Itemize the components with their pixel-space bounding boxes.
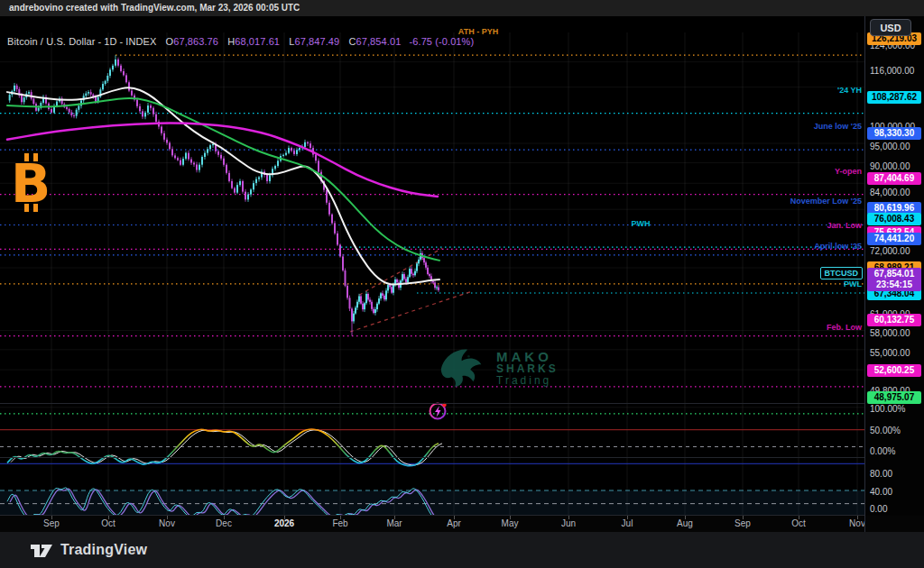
price-level-label: 87,404.69 <box>867 172 921 185</box>
level-name--24-yh: '24 YH <box>837 86 862 95</box>
symbol-title: Bitcoin / U.S. Dollar <box>7 36 95 47</box>
level-name-june-low-25: June low '25 <box>814 122 862 131</box>
tradingview-snapshot: andrebovino created with TradingView.com… <box>0 0 924 568</box>
watermark-line1: MAKO <box>496 350 559 363</box>
price-axis-tick: 95,000.00 <box>865 142 921 151</box>
indicator2-axis-tick: 80.00 <box>865 469 921 479</box>
price-level-label: 48,975.07 <box>867 391 921 404</box>
level-name-y-open: Y-open <box>835 167 862 176</box>
current-price-label: 67,854.0123:54:15 <box>867 268 921 291</box>
time-axis-label: May <box>502 518 519 528</box>
lightning-icon <box>428 400 449 426</box>
tradingview-logo-icon[interactable] <box>30 539 53 561</box>
price-level-label: 108,287.62 <box>867 91 921 104</box>
close-value: 67,854.01 <box>356 36 402 47</box>
time-axis-label: Oct <box>101 518 116 528</box>
watermark: MAKO SHARKS Trading <box>435 343 559 393</box>
price-axis-tick: 116,000.00 <box>865 66 921 76</box>
time-axis-label: Jul <box>622 518 633 528</box>
time-axis-label: Aug <box>677 518 693 528</box>
time-axis-label: 2026 <box>274 518 294 528</box>
price-level-label: 52,600.25 <box>867 364 921 377</box>
price-axis-tick: 58,000.00 <box>865 328 921 338</box>
symbol-legend[interactable]: Bitcoin / U.S. Dollar-1D-INDEX O67,863.7… <box>7 36 474 47</box>
time-axis[interactable]: SepOctNovDec2026FebMarAprMayJunJulAugSep… <box>0 516 864 532</box>
bar-countdown: 23:54:15 <box>869 279 919 290</box>
indicator1-axis-tick: 50.00% <box>865 426 921 435</box>
chart-plot-svg <box>0 16 864 532</box>
currency-button[interactable]: USD <box>870 19 911 36</box>
pane-separator-2[interactable] <box>0 457 924 458</box>
indicator2-axis-tick: 40.00 <box>865 487 921 497</box>
attribution-bar: andrebovino created with TradingView.com… <box>0 0 924 16</box>
open-value: 67,863.76 <box>173 36 218 47</box>
level-name-april-low-25: April low '25 <box>814 242 862 251</box>
indicator1-axis-tick: 100.00% <box>865 404 921 414</box>
price-scale[interactable]: USD 124,000.00116,000.00100,000.0095,000… <box>864 16 924 516</box>
time-axis-label: Oct <box>791 518 806 528</box>
chart-canvas[interactable]: Bitcoin / U.S. Dollar-1D-INDEX O67,863.7… <box>0 16 864 516</box>
shark-logo-icon <box>435 343 491 393</box>
watermark-line3: Trading <box>496 375 559 386</box>
time-axis-label: Sep <box>735 518 751 528</box>
level-name-pwl: PWL <box>844 279 862 289</box>
price-axis-tick: 55,000.00 <box>865 348 921 358</box>
symbol-price-badge: BTCUSD <box>820 267 864 279</box>
timeframe-label: 1D <box>104 36 116 47</box>
pane-separator-1[interactable] <box>0 403 924 404</box>
level-name-pwh: PWH <box>632 219 651 228</box>
exchange-label: INDEX <box>125 36 156 47</box>
time-axis-label: Nov <box>849 518 865 528</box>
attribution-text: andrebovino created with TradingView.com… <box>9 3 300 13</box>
price-level-label: 74,441.20 <box>867 233 921 245</box>
level-name-jan-low: Jan. Low <box>827 221 862 230</box>
level-name-ath-pyh: ATH - PYH <box>458 27 498 36</box>
open-label: O <box>166 36 174 47</box>
change-value: -6.75 (-0.01%) <box>410 36 475 47</box>
time-axis-label: Jun <box>561 518 576 528</box>
time-axis-label: Feb <box>332 518 347 528</box>
price-level-label: 76,008.43 <box>867 213 921 225</box>
svg-text:B: B <box>11 153 51 215</box>
price-level-label: 60,132.75 <box>867 314 921 326</box>
indicator2-axis-tick: 0.00 <box>865 504 921 514</box>
time-axis-label: Apr <box>447 518 461 528</box>
close-label: C <box>348 36 356 47</box>
level-name-november-low-25: November Low '25 <box>790 197 862 206</box>
bitcoin-logo-icon: B <box>7 151 58 220</box>
watermark-line2: SHARKS <box>496 363 559 374</box>
price-level-label: 98,330.30 <box>867 127 921 140</box>
time-axis-label: Nov <box>159 518 175 528</box>
axis-corner <box>864 516 924 532</box>
price-axis-tick: 90,000.00 <box>865 161 921 171</box>
price-axis-tick: 72,000.00 <box>865 246 921 256</box>
time-axis-label: Dec <box>216 518 232 528</box>
time-axis-label: Mar <box>386 518 402 528</box>
indicator1-axis-tick: 0.00% <box>865 446 921 456</box>
time-axis-label: Sep <box>43 518 60 528</box>
price-axis-tick: 84,000.00 <box>865 188 921 197</box>
tradingview-brand[interactable]: TradingView <box>60 542 147 558</box>
level-name-feb-low: Feb. Low <box>827 323 862 332</box>
high-value: 68,017.61 <box>235 36 280 47</box>
low-value: 67,847.49 <box>294 36 339 47</box>
footer: TradingView <box>0 532 924 568</box>
